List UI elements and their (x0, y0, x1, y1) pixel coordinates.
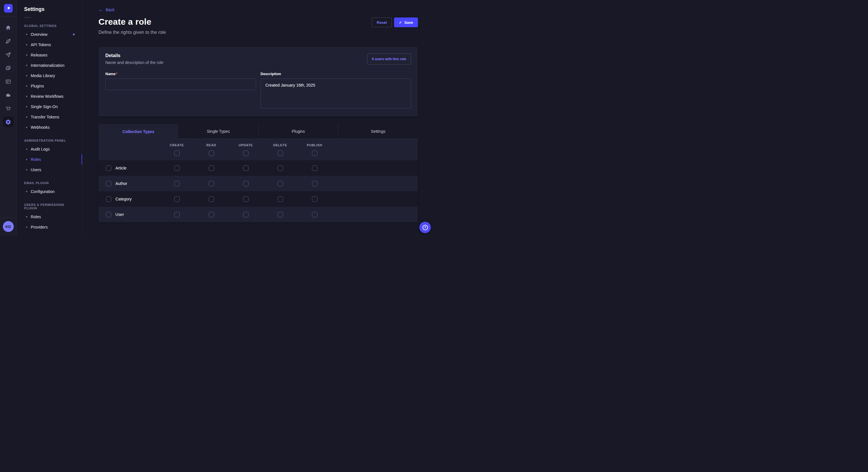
article-update-checkbox[interactable] (243, 165, 249, 171)
users-with-role-button[interactable]: 0 users with this role (367, 54, 411, 65)
user-delete-checkbox[interactable] (278, 212, 283, 217)
article-create-checkbox[interactable] (174, 165, 180, 171)
page-subtitle: Define the rights given to the role (98, 30, 418, 35)
sidebar-item-webhooks[interactable]: Webhooks (24, 122, 75, 133)
cart-icon[interactable] (5, 105, 12, 112)
row-label: User (115, 212, 124, 217)
select-all-publish-checkbox[interactable] (312, 150, 317, 156)
category-update-checkbox[interactable] (243, 196, 249, 202)
sidebar-item-overview[interactable]: Overview (24, 29, 75, 40)
help-button[interactable]: ? (420, 222, 431, 233)
save-button[interactable]: ✓ Save (394, 18, 418, 27)
row-select-checkbox[interactable] (106, 181, 112, 187)
save-label: Save (404, 20, 413, 25)
bullet-icon (26, 44, 27, 45)
sidebar-item-single-sign-on[interactable]: Single Sign-On (24, 102, 75, 112)
row-select-checkbox[interactable] (106, 196, 112, 202)
sidebar-item-label: Users (31, 167, 41, 172)
tab-collection-types[interactable]: Collection Types (98, 124, 178, 139)
user-publish-checkbox[interactable] (312, 212, 317, 217)
description-field-group: Description Created January 16th, 2025 (260, 71, 411, 109)
sidebar-item-releases[interactable]: Releases (24, 50, 75, 60)
sidebar-item-plugins[interactable]: Plugins (24, 81, 75, 91)
sidebar-item-roles-up[interactable]: Roles (24, 212, 75, 222)
sidebar-item-label: Providers (31, 225, 48, 229)
sidebar-item-api-tokens[interactable]: API Tokens (24, 40, 75, 50)
row-select-checkbox[interactable] (106, 212, 112, 217)
author-update-checkbox[interactable] (243, 181, 249, 187)
category-create-checkbox[interactable] (174, 196, 180, 202)
cloud-icon[interactable] (5, 92, 12, 98)
tab-settings[interactable]: Settings (338, 124, 418, 139)
sidebar-item-media-library[interactable]: Media Library (24, 71, 75, 81)
description-label: Description (260, 72, 281, 76)
tab-single-types[interactable]: Single Types (178, 124, 258, 139)
sidebar-title: Settings (24, 6, 75, 12)
user-create-checkbox[interactable] (174, 212, 180, 217)
section-label-email-plugin: EMAIL PLUGIN (24, 181, 75, 185)
paper-plane-icon[interactable] (5, 51, 12, 58)
layout-icon[interactable] (5, 78, 12, 85)
sidebar-item-label: Roles (31, 214, 41, 219)
bullet-icon (26, 96, 27, 97)
nav-rail: KD (0, 0, 17, 236)
category-publish-checkbox[interactable] (312, 196, 317, 202)
bullet-icon (26, 148, 27, 150)
question-mark-icon: ? (423, 225, 428, 230)
user-read-checkbox[interactable] (209, 212, 214, 217)
role-description-input[interactable]: Created January 16th, 2025 (260, 78, 411, 108)
column-header: READ (206, 143, 216, 147)
row-select-checkbox[interactable] (106, 165, 112, 171)
category-delete-checkbox[interactable] (278, 196, 283, 202)
bullet-icon (26, 65, 27, 66)
author-delete-checkbox[interactable] (278, 181, 283, 187)
sidebar-item-label: Media Library (31, 73, 55, 78)
details-subtitle: Name and description of the role (105, 60, 163, 65)
sidebar-item-audit-logs[interactable]: Audit Logs (24, 144, 75, 154)
sidebar-item-roles-admin[interactable]: Roles (24, 154, 82, 165)
reset-button[interactable]: Reset (372, 18, 392, 27)
sidebar-item-label: Webhooks (31, 125, 50, 130)
feather-icon[interactable] (5, 38, 12, 44)
name-field-group: Name* (105, 71, 256, 109)
select-all-read-checkbox[interactable] (209, 150, 214, 156)
sidebar-item-transfer-tokens[interactable]: Transfer Tokens (24, 112, 75, 122)
select-all-update-checkbox[interactable] (243, 150, 249, 156)
column-header: PUBLISH (307, 143, 322, 147)
category-read-checkbox[interactable] (209, 196, 214, 202)
avatar[interactable]: KD (3, 221, 14, 232)
author-create-checkbox[interactable] (174, 181, 180, 187)
sidebar-item-providers[interactable]: Providers (24, 222, 75, 232)
settings-gear-icon[interactable] (3, 117, 13, 127)
article-publish-checkbox[interactable] (312, 165, 317, 171)
sidebar-item-internationalization[interactable]: Internationalization (24, 60, 75, 71)
tab-plugins[interactable]: Plugins (258, 124, 338, 139)
media-library-icon[interactable] (5, 65, 12, 71)
perm-column-publish: PUBLISH (298, 143, 332, 156)
sidebar-item-users[interactable]: Users (24, 165, 75, 175)
bullet-icon (26, 127, 27, 128)
sidebar-item-configuration[interactable]: Configuration (24, 187, 75, 197)
strapi-logo-icon (6, 6, 11, 11)
select-all-create-checkbox[interactable] (174, 150, 180, 156)
check-icon: ✓ (399, 20, 402, 25)
author-read-checkbox[interactable] (209, 181, 214, 187)
sidebar-item-review-workflows[interactable]: Review Workflows (24, 91, 75, 102)
select-all-delete-checkbox[interactable] (278, 150, 283, 156)
sidebar-item-label: Plugins (31, 84, 44, 88)
bullet-icon (26, 34, 27, 35)
strapi-logo[interactable] (4, 4, 12, 12)
role-name-input[interactable] (105, 78, 256, 90)
details-title: Details (105, 53, 163, 58)
author-publish-checkbox[interactable] (312, 181, 317, 187)
section-label-users-permissions-plugin: USERS & PERMISSIONS PLUGIN (24, 203, 75, 210)
article-delete-checkbox[interactable] (278, 165, 283, 171)
sidebar-item-label: Review Workflows (31, 94, 63, 99)
back-link[interactable]: ← Back (98, 7, 115, 12)
article-read-checkbox[interactable] (209, 165, 214, 171)
details-card: Details Name and description of the role… (98, 47, 418, 116)
home-icon[interactable] (5, 24, 12, 31)
sidebar-item-label: Roles (31, 157, 41, 162)
user-update-checkbox[interactable] (243, 212, 249, 217)
column-header: CREATE (169, 143, 184, 147)
